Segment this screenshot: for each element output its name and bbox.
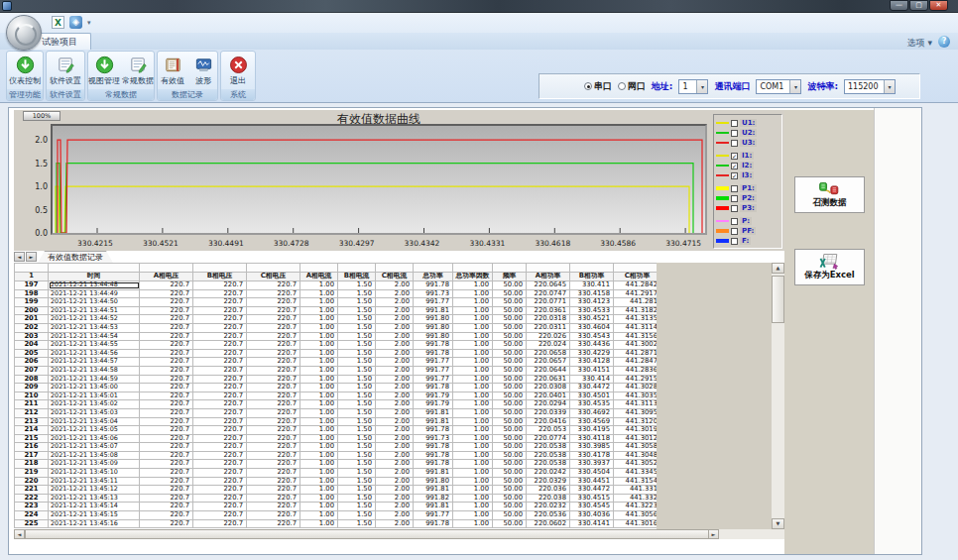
row-number[interactable]: 208 bbox=[15, 375, 49, 384]
minimize-button[interactable]: — bbox=[890, 0, 908, 11]
table-row[interactable]: 2122021-12-21 13:45:03220.7220.7220.71.0… bbox=[15, 408, 658, 417]
row-number[interactable]: 223 bbox=[15, 503, 49, 511]
table-row[interactable]: 2032021-12-21 13:44:54220.7220.7220.71.0… bbox=[15, 332, 658, 341]
cell-time[interactable]: 2021-12-21 13:45:06 bbox=[49, 434, 140, 443]
table-row[interactable]: 2132021-12-21 13:45:04220.7220.7220.71.0… bbox=[15, 417, 658, 426]
row-number[interactable]: 215 bbox=[15, 434, 49, 443]
horizontal-scroll-thumb[interactable] bbox=[25, 529, 709, 539]
instrument-control-button[interactable]: 仪表控制 bbox=[8, 52, 42, 89]
dropdown-arrow-icon[interactable]: ▾ bbox=[789, 80, 800, 93]
app-quick-icon[interactable]: ◈ bbox=[69, 16, 82, 29]
legend-checkbox[interactable]: ✓ bbox=[731, 172, 738, 179]
cell-time[interactable]: 2021-12-21 13:45:16 bbox=[49, 519, 140, 528]
table-row[interactable]: 2222021-12-21 13:45:13220.7220.7220.71.0… bbox=[15, 494, 658, 503]
view-management-button[interactable]: 视图管理 bbox=[88, 52, 120, 89]
scroll-left-icon[interactable]: ◄ bbox=[14, 529, 25, 539]
table-row[interactable]: 2252021-12-21 13:45:16220.7220.7220.71.0… bbox=[15, 519, 658, 528]
dropdown-arrow-icon[interactable]: ▾ bbox=[696, 80, 707, 93]
table-row[interactable]: 2002021-12-21 13:44:51220.7220.7220.71.0… bbox=[15, 306, 658, 315]
horizontal-scrollbar[interactable]: ◄ ► bbox=[14, 529, 784, 539]
cell-time[interactable]: 2021-12-21 13:45:03 bbox=[49, 408, 140, 417]
table-row[interactable]: 2082021-12-21 13:44:59220.7220.7220.71.0… bbox=[15, 375, 658, 384]
row-number[interactable]: 213 bbox=[15, 417, 49, 426]
column-header[interactable]: B相电流 bbox=[338, 272, 376, 281]
row-number[interactable]: 225 bbox=[15, 519, 49, 528]
table-row[interactable]: 2062021-12-21 13:44:57220.7220.7220.71.0… bbox=[15, 358, 658, 367]
row-number[interactable]: 206 bbox=[15, 358, 49, 367]
row-number[interactable]: 204 bbox=[15, 341, 49, 350]
row-number[interactable]: 217 bbox=[15, 451, 49, 460]
cell-time[interactable]: 2021-12-21 13:45:09 bbox=[49, 460, 140, 469]
help-icon[interactable]: ? bbox=[938, 36, 950, 48]
vertical-scrollbar[interactable]: ▲ ▼ bbox=[772, 263, 784, 529]
row-number[interactable]: 202 bbox=[15, 323, 49, 332]
table-row[interactable]: 1982021-12-21 13:44:49220.7220.7220.71.0… bbox=[15, 289, 658, 298]
cell-time[interactable]: 2021-12-21 13:44:54 bbox=[49, 332, 140, 341]
legend-checkbox[interactable] bbox=[731, 185, 738, 192]
sheet-next-icon[interactable]: ► bbox=[26, 252, 37, 262]
row-number[interactable]: 210 bbox=[15, 392, 49, 400]
excel-quick-icon[interactable]: X bbox=[52, 16, 64, 29]
row-number[interactable]: 220 bbox=[15, 477, 49, 486]
dropdown-arrow-icon[interactable]: ▾ bbox=[884, 80, 895, 93]
row-number[interactable]: 212 bbox=[15, 408, 49, 417]
application-menu-orb[interactable] bbox=[6, 15, 42, 51]
legend-checkbox[interactable]: ✓ bbox=[731, 163, 738, 169]
column-header[interactable]: 总功率 bbox=[414, 272, 453, 281]
cell-time[interactable]: 2021-12-21 13:44:57 bbox=[49, 358, 140, 367]
table-row[interactable]: 2112021-12-21 13:45:02220.7220.7220.71.0… bbox=[15, 400, 658, 409]
row-number[interactable]: 222 bbox=[15, 494, 49, 503]
maximize-button[interactable]: ▢ bbox=[909, 0, 928, 11]
net-port-radio[interactable]: 网口 bbox=[618, 80, 646, 93]
cell-time[interactable]: 2021-12-21 13:45:12 bbox=[49, 486, 140, 495]
column-header[interactable]: B相功率 bbox=[570, 272, 614, 281]
row-number[interactable]: 211 bbox=[15, 400, 49, 409]
table-row[interactable]: 2232021-12-21 13:45:14220.7220.7220.71.0… bbox=[15, 503, 658, 511]
row-number[interactable]: 214 bbox=[15, 426, 49, 435]
options-button[interactable]: 选项 ▾ bbox=[907, 37, 932, 50]
row-number[interactable]: 224 bbox=[15, 511, 49, 520]
table-row[interactable]: 2092021-12-21 13:45:00220.7220.7220.71.0… bbox=[15, 384, 658, 392]
baud-rate-select[interactable]: 115200 ▾ bbox=[844, 79, 896, 94]
cell-time[interactable]: 2021-12-21 13:44:48 bbox=[49, 281, 140, 290]
row-number[interactable]: 201 bbox=[15, 315, 49, 324]
close-button[interactable]: ✕ bbox=[929, 0, 948, 11]
row-number[interactable]: 197 bbox=[15, 281, 49, 290]
scroll-up-icon[interactable]: ▲ bbox=[772, 263, 784, 274]
legend-checkbox[interactable] bbox=[731, 195, 738, 202]
table-row[interactable]: 2172021-12-21 13:45:08220.7220.7220.71.0… bbox=[15, 451, 658, 460]
regular-data-button[interactable]: 常规数据 bbox=[122, 52, 154, 89]
table-row[interactable]: 2102021-12-21 13:45:01220.7220.7220.71.0… bbox=[15, 392, 658, 400]
save-as-excel-button[interactable]: 保存为Excel bbox=[794, 249, 865, 285]
legend-checkbox[interactable]: ✓ bbox=[731, 153, 738, 160]
row-number[interactable]: 209 bbox=[15, 384, 49, 392]
table-row[interactable]: 2242021-12-21 13:45:15220.7220.7220.71.0… bbox=[15, 511, 658, 520]
row-number[interactable]: 216 bbox=[15, 443, 49, 452]
cell-time[interactable]: 2021-12-21 13:44:50 bbox=[49, 298, 140, 307]
rms-value-button[interactable]: 有效值 bbox=[158, 52, 187, 89]
waveform-button[interactable]: 波形 bbox=[189, 52, 217, 89]
table-row[interactable]: 1992021-12-21 13:44:50220.7220.7220.71.0… bbox=[15, 298, 658, 307]
column-header[interactable]: C相电压 bbox=[247, 272, 300, 281]
cell-time[interactable]: 2021-12-21 13:44:53 bbox=[49, 323, 140, 332]
cell-time[interactable]: 2021-12-21 13:44:55 bbox=[49, 341, 140, 350]
cell-time[interactable]: 2021-12-21 13:45:05 bbox=[49, 426, 140, 435]
column-header[interactable]: 总功率因数 bbox=[453, 272, 493, 281]
chart-plot-area[interactable] bbox=[51, 124, 707, 235]
table-row[interactable]: 2142021-12-21 13:45:05220.7220.7220.71.0… bbox=[15, 426, 658, 435]
column-header[interactable]: A相电流 bbox=[300, 272, 338, 281]
exit-button[interactable]: 退出 bbox=[223, 52, 253, 89]
table-row[interactable]: 2212021-12-21 13:45:12220.7220.7220.71.0… bbox=[15, 486, 658, 495]
scroll-right-icon[interactable]: ► bbox=[708, 529, 719, 539]
legend-checkbox[interactable] bbox=[731, 228, 738, 235]
table-row[interactable]: 2042021-12-21 13:44:55220.7220.7220.71.0… bbox=[15, 341, 658, 350]
row-number[interactable]: 200 bbox=[15, 306, 49, 315]
table-row[interactable]: 2182021-12-21 13:45:09220.7220.7220.71.0… bbox=[15, 460, 658, 469]
table-row[interactable]: 2052021-12-21 13:44:56220.7220.7220.71.0… bbox=[15, 349, 658, 358]
sheet-prev-icon[interactable]: ◄ bbox=[14, 252, 25, 262]
table-row[interactable]: 2072021-12-21 13:44:58220.7220.7220.71.0… bbox=[15, 366, 658, 375]
address-select[interactable]: 1 ▾ bbox=[678, 79, 708, 94]
table-row[interactable]: 2152021-12-21 13:45:06220.7220.7220.71.0… bbox=[15, 434, 658, 443]
software-settings-button[interactable]: 软件设置 bbox=[49, 52, 82, 89]
column-header[interactable]: A相电压 bbox=[140, 272, 193, 281]
